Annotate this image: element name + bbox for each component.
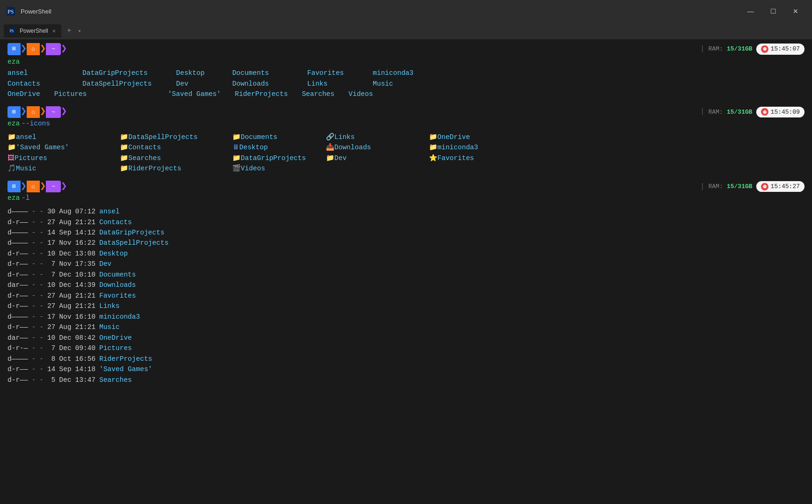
app-icon: PS [6,6,16,16]
eza-item: Searches [302,89,335,99]
dash: - [32,375,36,385]
eza-item: Pictures [54,89,87,99]
day: 10 [47,280,55,290]
maximize-button[interactable]: ☐ [762,4,784,19]
time-col: 21:21 [75,301,96,311]
minimize-button[interactable]: — [740,4,761,19]
eza-item: Music [373,79,448,89]
eza-item: DataSpellProjects [82,79,176,89]
prompt-win-segment-3: ⊞ [7,181,21,193]
name: Searches [99,375,132,385]
eza-icon-item: 📁Dev [326,153,429,163]
list-row: d———— - - 17 Nov 16:10 miniconda3 [7,312,805,322]
tab-dropdown-button[interactable]: ▾ [78,28,81,35]
month: Nov [59,312,71,322]
win-icon: ⊞ [12,44,16,54]
eza-icon-item: 🎬Videos [232,163,326,174]
eza-item: RiderProjects [235,89,288,99]
prompt-left-1: ⊞ ❯ ⌂ ❯ ~ ❯ [7,43,67,55]
new-tab-button[interactable]: + [63,27,75,35]
dash: - [32,259,36,269]
name: DataSpellProjects [99,238,169,248]
list-row: d———— - - 30 Aug 07:12 ansel [7,206,805,217]
name: Music [99,322,120,332]
month: Nov [59,259,71,269]
pipe-2: | [700,106,705,117]
eza-item: Contacts [7,79,82,89]
month: Dec [59,248,71,259]
cmd-args-2: --icons [22,119,50,129]
clock-badge-1: ⏰ 15:45:07 [756,44,805,55]
win-icon-2: ⊞ [12,108,16,117]
dash: - [32,333,36,343]
perm: d-r—— [7,301,28,311]
month: Dec [59,333,71,343]
list-row: d-r—— - - 27 Aug 21:21 Links [7,301,805,311]
list-row: d-r—— - - 27 Aug 21:21 Contacts [7,217,805,227]
dash: - [32,312,36,322]
eza-icon-item: 📁OneDrive [429,132,541,142]
chevron1-2: ❯ [21,107,27,117]
tilde-text: ~ [52,44,55,54]
size: - [39,280,44,290]
home-icon: ⌂ [31,44,35,54]
eza-item: Desktop [176,68,232,78]
day: 27 [47,291,55,301]
terminal-window: PS PowerShell — ☐ ✕ PS PowerShell ✕ + ▾ [0,0,812,504]
dash: - [32,248,36,259]
size: - [39,375,44,385]
cmd-args-3: -l [22,193,30,204]
size: - [39,364,44,374]
perm: dar—— [7,280,28,290]
pipe-3: | [700,181,705,192]
time-1: 15:45:07 [771,44,800,54]
size: - [39,206,44,217]
list-row: d-r—— - - 10 Dec 13:08 Desktop [7,248,805,259]
name: miniconda3 [99,312,140,322]
eza-icon-item: 📁miniconda3 [429,142,541,153]
day: 7 [47,270,55,280]
eza-grid-row3: OneDrive Pictures 'Saved Games' RiderPro… [7,89,805,99]
time-col: 09:40 [75,343,96,353]
size: - [39,270,44,280]
list-row: d-r—— - - 27 Aug 21:21 Music [7,322,805,332]
dash: - [32,217,36,227]
prompt-home-segment-3: ⌂ [27,181,40,193]
eza-grid-row2: Contacts DataSpellProjects Dev Downloads… [7,79,805,89]
eza-item [101,89,154,99]
perm: d———— [7,206,28,217]
tab-powershell[interactable]: PS PowerShell ✕ [4,24,61,37]
eza-icon-item: 📁DataGripProjects [232,153,326,163]
month: Sep [59,364,71,374]
dash: - [32,238,36,248]
eza-item: Favorites [307,68,373,78]
clock-badge-2: ⏰ 15:45:09 [756,107,805,118]
close-button[interactable]: ✕ [785,4,806,19]
size: - [39,291,44,301]
month: Dec [59,375,71,385]
command-3: eza -l [7,193,805,204]
eza-item: miniconda3 [373,68,448,78]
tab-close-icon[interactable]: ✕ [52,29,56,34]
day: 17 [47,312,55,322]
name: Contacts [99,217,132,227]
tilde-3: ~ [52,182,55,191]
prompt-line-1: ⊞ ❯ ⌂ ❯ ~ ❯ | RAM: 15/31GB ⏰ 15:45:07 [7,43,805,55]
eza-icon-item: 📁DataSpellProjects [120,132,232,142]
eza-plain-output: ansel DataGripProjects Desktop Documents… [7,68,805,99]
terminal-content[interactable]: ⊞ ❯ ⌂ ❯ ~ ❯ | RAM: 15/31GB ⏰ 15:45:07 [0,39,812,504]
perm: d-r—— [7,364,28,374]
perm: d-r—— [7,270,28,280]
time-col: 21:21 [75,322,96,332]
eza-item: Downloads [232,79,307,89]
size: - [39,227,44,238]
prompt-home-segment-2: ⌂ [27,106,40,118]
chevron2: ❯ [40,44,46,54]
eza-icon-item: 📁ansel [7,132,120,142]
eza-item: ansel [7,68,82,78]
size: - [39,259,44,269]
perm: d-r—— [7,248,28,259]
ram-value-1: 15/31GB [727,44,753,54]
day: 27 [47,301,55,311]
name: 'Saved Games' [99,364,152,374]
